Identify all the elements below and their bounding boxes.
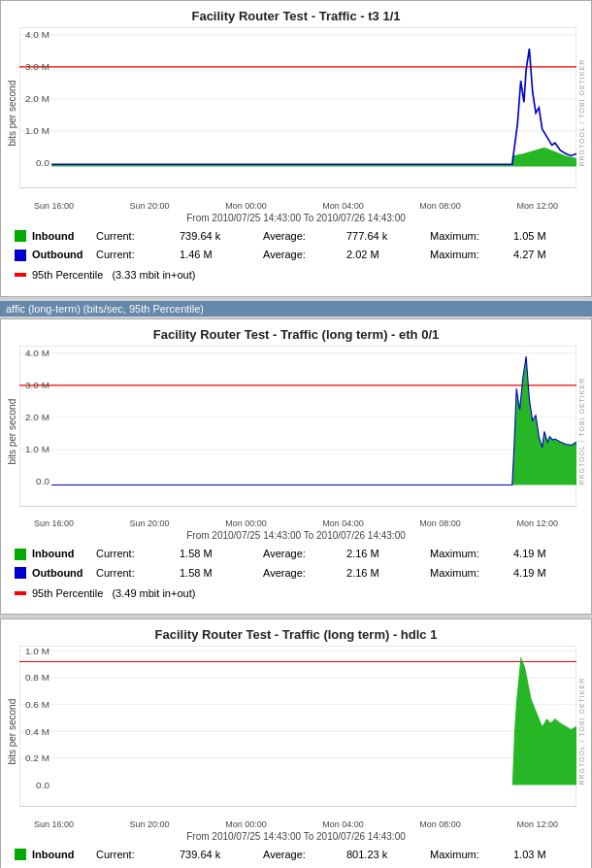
section-header-2: affic (long-term) (bits/sec, 95th Percen…: [0, 301, 592, 317]
x-axis-labels-1: Sun 16:00 Sun 20:00 Mon 00:00 Mon 04:00 …: [5, 199, 587, 211]
legend-avg-outbound-2: 2.16 M: [346, 564, 424, 583]
side-label-1: RRGTOOL / TOBI OETIKER: [576, 27, 587, 199]
side-label-3: RRGTOOL / TOBI OETIKER: [576, 646, 587, 818]
legend-current-inbound-1: 739.64 k: [180, 227, 257, 246]
svg-text:0.2 M: 0.2 M: [25, 753, 49, 764]
chart-area-1: bits per second 4.0 M 3.0 M 2.0 M 1.0 M …: [5, 27, 587, 199]
legend-label-outbound-1: Outbound: [32, 246, 90, 264]
chart-svg-1: 4.0 M 3.0 M 2.0 M 1.0 M 0.0: [19, 27, 576, 199]
legend-color-inbound-2: [15, 549, 26, 560]
legend-color-inbound-3: [15, 849, 26, 860]
legend-max-label-out-2: Maximum:: [430, 564, 508, 583]
legend-max-outbound-2: 4.19 M: [513, 564, 591, 583]
svg-text:0.0: 0.0: [36, 780, 49, 790]
legend-label-outbound-2: Outbound: [32, 564, 90, 583]
legend-row-outbound-2: Outbound Current: 1.58 M Average: 2.16 M…: [15, 564, 577, 583]
chart-section-2: Facility Router Test - Traffic (long ter…: [0, 318, 592, 616]
legend-avg-label-3: Average:: [263, 846, 341, 864]
chart-svg-2: 4.0 M 3.0 M 2.0 M 1.0 M 0.0: [19, 346, 576, 517]
percentile-row-2: 95th Percentile (3.49 mbit in+out): [15, 584, 577, 603]
chart-section-3: Facility Router Test - Traffic (long ter…: [0, 618, 592, 868]
y-axis-label-1: bits per second: [5, 27, 19, 199]
x-axis-labels-3: Sun 16:00 Sun 20:00 Mon 00:00 Mon 04:00 …: [5, 818, 587, 829]
svg-text:0.0: 0.0: [36, 157, 49, 168]
legend-max-label-2: Maximum:: [430, 545, 508, 563]
svg-rect-12: [19, 346, 576, 507]
chart-canvas-1: 4.0 M 3.0 M 2.0 M 1.0 M 0.0: [19, 27, 576, 199]
legend-3: Inbound Current: 739.64 k Average: 801.2…: [5, 842, 587, 868]
legend-avg-label-out-1: Average:: [263, 246, 341, 264]
legend-row-inbound-2: Inbound Current: 1.58 M Average: 2.16 M …: [15, 545, 577, 563]
svg-text:0.8 M: 0.8 M: [25, 673, 49, 684]
legend-current-outbound-2: 1.58 M: [180, 564, 257, 583]
x-axis-labels-2: Sun 16:00 Sun 20:00 Mon 00:00 Mon 04:00 …: [5, 517, 587, 528]
legend-current-label-out-1: Current:: [96, 246, 174, 264]
legend-current-outbound-1: 1.46 M: [180, 246, 257, 264]
date-range-1: From 2010/07/25 14:43:00 To 2010/07/26 1…: [5, 213, 587, 223]
percentile-label-1: 95th Percentile: [32, 266, 103, 284]
legend-avg-outbound-1: 2.02 M: [346, 246, 424, 264]
legend-max-inbound-2: 4.19 M: [513, 545, 591, 563]
percentile-value-2: (3.49 mbit in+out): [109, 584, 195, 603]
legend-avg-label-1: Average:: [263, 227, 341, 246]
legend-avg-label-2: Average:: [263, 545, 341, 563]
chart-canvas-2: 4.0 M 3.0 M 2.0 M 1.0 M 0.0: [19, 346, 576, 517]
legend-current-inbound-2: 1.58 M: [180, 545, 257, 563]
y-axis-label-3: bits per second: [5, 646, 19, 818]
svg-text:0.0: 0.0: [36, 476, 49, 486]
chart-canvas-3: 1.0 M 0.8 M 0.6 M 0.4 M 0.2 M 0.0: [19, 646, 576, 818]
chart-title-2: Facility Router Test - Traffic (long ter…: [5, 327, 587, 342]
legend-2: Inbound Current: 1.58 M Average: 2.16 M …: [5, 541, 587, 606]
legend-avg-inbound-1: 777.64 k: [346, 227, 424, 246]
svg-text:1.0 M: 1.0 M: [25, 646, 49, 656]
legend-max-label-1: Maximum:: [430, 227, 508, 246]
chart-area-2: bits per second 4.0 M 3.0 M 2.0 M 1.0 M …: [5, 346, 587, 517]
chart-title-1: Facility Router Test - Traffic - t3 1/1: [5, 9, 587, 23]
date-range-3: From 2010/07/25 14:43:00 To 2010/07/26 1…: [5, 831, 587, 842]
side-label-2: RRGTOOL / TOBI OETIKER: [576, 346, 587, 517]
legend-avg-inbound-3: 801.23 k: [346, 846, 424, 864]
legend-row-inbound-1: Inbound Current: 739.64 k Average: 777.6…: [15, 227, 577, 246]
legend-row-inbound-3: Inbound Current: 739.64 k Average: 801.2…: [15, 846, 577, 864]
legend-current-label-out-2: Current:: [96, 564, 174, 583]
svg-text:2.0 M: 2.0 M: [25, 93, 49, 104]
legend-current-label-2: Current:: [96, 545, 174, 563]
percentile-color-2: [15, 591, 26, 595]
svg-text:3.0 M: 3.0 M: [25, 380, 49, 390]
svg-text:0.6 M: 0.6 M: [25, 699, 49, 710]
legend-1: Inbound Current: 739.64 k Average: 777.6…: [5, 223, 587, 288]
legend-row-outbound-1: Outbound Current: 1.46 M Average: 2.02 M…: [15, 246, 577, 264]
legend-current-inbound-3: 739.64 k: [180, 846, 257, 864]
legend-color-outbound-2: [15, 567, 26, 579]
legend-color-outbound-1: [15, 250, 26, 261]
svg-text:4.0 M: 4.0 M: [25, 29, 49, 40]
date-range-2: From 2010/07/25 14:43:00 To 2010/07/26 1…: [5, 530, 587, 541]
legend-current-label-3: Current:: [96, 846, 174, 864]
legend-color-inbound-1: [15, 230, 26, 242]
y-axis-label-2: bits per second: [5, 346, 19, 517]
chart-svg-3: 1.0 M 0.8 M 0.6 M 0.4 M 0.2 M 0.0: [19, 646, 576, 818]
svg-text:3.0 M: 3.0 M: [25, 61, 49, 72]
svg-text:2.0 M: 2.0 M: [25, 412, 49, 422]
percentile-row-1: 95th Percentile (3.33 mbit in+out): [15, 266, 577, 284]
legend-max-inbound-3: 1.03 M: [513, 846, 591, 864]
svg-text:1.0 M: 1.0 M: [25, 125, 49, 136]
chart-area-3: bits per second 1.0 M 0.8 M 0.6 M 0.4 M …: [5, 646, 587, 818]
svg-text:0.4 M: 0.4 M: [25, 726, 49, 737]
legend-max-label-out-1: Maximum:: [430, 246, 508, 264]
percentile-value-1: (3.33 mbit in+out): [109, 266, 195, 284]
legend-current-label-1: Current:: [96, 227, 174, 246]
percentile-color-1: [15, 273, 26, 277]
percentile-label-2: 95th Percentile: [32, 584, 103, 603]
svg-text:1.0 M: 1.0 M: [25, 444, 49, 454]
legend-max-label-3: Maximum:: [430, 846, 508, 864]
chart-section-1: Facility Router Test - Traffic - t3 1/1 …: [0, 0, 592, 297]
legend-label-inbound-3: Inbound: [32, 846, 90, 864]
legend-avg-inbound-2: 2.16 M: [346, 545, 424, 563]
legend-max-outbound-1: 4.27 M: [513, 246, 591, 264]
svg-text:4.0 M: 4.0 M: [25, 348, 49, 358]
legend-label-inbound-2: Inbound: [32, 545, 90, 563]
legend-label-inbound-1: Inbound: [32, 227, 90, 246]
svg-rect-24: [19, 646, 576, 807]
legend-avg-label-out-2: Average:: [263, 564, 341, 583]
